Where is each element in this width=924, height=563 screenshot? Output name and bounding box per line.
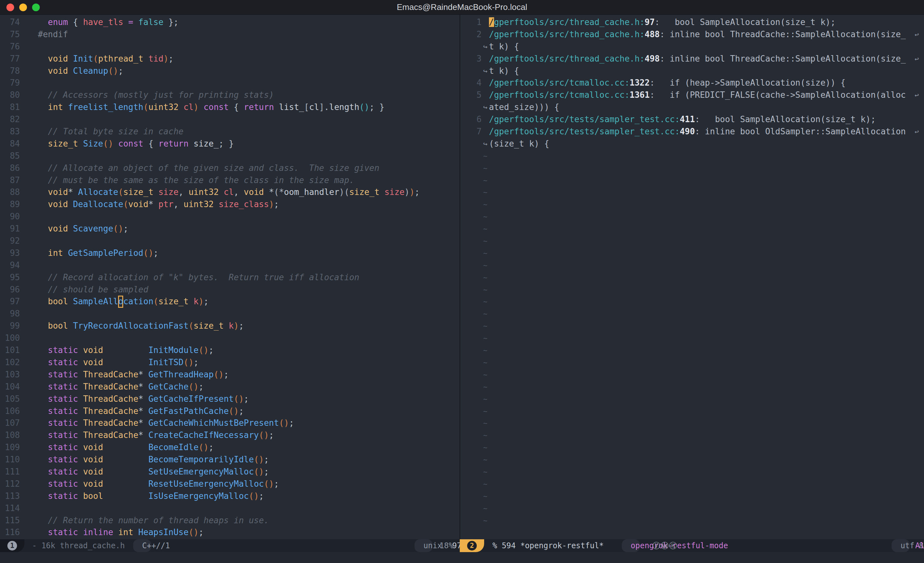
window-title: Emacs@RaindeMacBook-Pro.local — [397, 2, 527, 12]
code-token — [38, 382, 48, 391]
code-token: * — [138, 382, 148, 391]
code-token: // Allocate an object of the given size … — [38, 163, 379, 173]
empty-line-tilde: ~ — [482, 223, 489, 235]
code-token — [38, 358, 48, 367]
code-token: () — [234, 394, 244, 404]
code-text: static ThreadCache* GetCacheWhichMustBeP… — [38, 417, 294, 429]
code-text: bool SampleAllocation(size_t k); — [38, 296, 208, 308]
code-token — [38, 199, 48, 209]
code-token — [68, 54, 73, 63]
empty-line-tilde: ~ — [482, 211, 489, 223]
code-token: = — [123, 17, 138, 27]
source-buffer-pane[interactable]: 74 enum { have_tls = false };75#endif767… — [0, 15, 459, 539]
code-token: ; — [414, 187, 420, 197]
code-token: inline — [83, 527, 113, 537]
result-match-text: : bool SampleAllocation(size_t k); — [695, 114, 876, 124]
code-token — [38, 430, 48, 440]
result-line[interactable]: 6/gperftools/src/tests/sampler_test.cc:4… — [460, 114, 924, 126]
empty-line: ~ — [460, 429, 924, 442]
code-token — [38, 139, 48, 148]
code-token: int — [48, 248, 63, 258]
code-token: have_tls — [83, 17, 123, 27]
close-icon[interactable] — [6, 3, 14, 11]
code-token: * — [138, 394, 148, 404]
empty-line-tilde: ~ — [482, 186, 489, 198]
empty-line: ~ — [460, 162, 924, 174]
echo-area[interactable] — [0, 552, 924, 563]
empty-line-tilde: ~ — [482, 344, 489, 356]
result-line[interactable]: ↪t k) { — [460, 41, 924, 53]
empty-line-tilde: ~ — [482, 478, 489, 490]
code-token: () — [229, 406, 239, 416]
result-line[interactable]: ↪ated_size))) { — [460, 101, 924, 114]
empty-line-tilde: ~ — [482, 417, 489, 429]
code-token: void — [83, 455, 103, 464]
code-token: BecomeTemporarilyIdle — [148, 455, 254, 464]
line-number: 108 — [0, 429, 20, 442]
code-token: ( — [118, 187, 123, 197]
code-token: ; — [239, 406, 244, 416]
result-line[interactable]: 4/gperftools/src/tcmalloc.cc:1322: if (h… — [460, 77, 924, 89]
line-number: 113 — [0, 490, 20, 502]
result-line[interactable]: 1/gperftools/src/thread_cache.h:97: bool… — [460, 16, 924, 28]
encoding-position-segment: utf-8 1: 0 — [892, 539, 910, 552]
line-number: 110 — [0, 454, 20, 466]
code-line: 105 static ThreadCache* GetCacheIfPresen… — [0, 393, 459, 405]
editor-area: 74 enum { have_tls = false };75#endif767… — [0, 15, 924, 539]
code-token: static — [48, 345, 78, 355]
code-token — [133, 527, 138, 537]
result-line[interactable]: 3/gperftools/src/thread_cache.h:498: inl… — [460, 53, 924, 65]
code-token: , — [178, 187, 188, 197]
code-token: k — [194, 296, 199, 306]
empty-line-tilde: ~ — [482, 247, 489, 259]
line-number: 95 — [0, 271, 20, 284]
result-file-path: /gperftools/src/thread_cache.h: — [489, 30, 645, 39]
empty-line: ~ — [460, 223, 924, 235]
line-number: 2 — [460, 28, 482, 41]
search-results-pane[interactable]: 1/gperftools/src/thread_cache.h:97: bool… — [460, 15, 924, 539]
code-token — [274, 102, 279, 112]
major-mode-indicator[interactable]: C++//1 — [133, 539, 151, 552]
empty-line-tilde: ~ — [482, 284, 489, 296]
code-token — [38, 17, 48, 27]
code-token — [103, 358, 148, 367]
result-line-number: 97 — [645, 17, 654, 27]
code-token — [38, 224, 48, 234]
zoom-icon[interactable] — [32, 3, 40, 11]
code-text: #endif — [38, 28, 68, 41]
code-token: ; — [153, 248, 159, 258]
major-mode-indicator[interactable]: opengrok-restful-mode — [622, 539, 640, 552]
code-token: ] — [319, 102, 324, 112]
code-token — [38, 102, 48, 112]
code-token: ; — [199, 382, 204, 391]
code-text: static ThreadCache* GetCacheIfPresent(); — [38, 393, 249, 405]
result-line[interactable]: ↪(size_t k) { — [460, 138, 924, 150]
code-token: size_t — [194, 321, 224, 331]
code-token: size_t — [123, 187, 153, 197]
code-token — [78, 467, 83, 476]
code-token — [38, 527, 48, 537]
code-token: void — [83, 442, 103, 452]
result-line[interactable]: 2/gperftools/src/thread_cache.h:488: inl… — [460, 28, 924, 41]
result-line[interactable]: 5/gperftools/src/tcmalloc.cc:1361: if (P… — [460, 89, 924, 101]
code-token — [113, 139, 118, 148]
code-token: void — [128, 199, 148, 209]
code-token — [38, 187, 48, 197]
code-token: )( — [339, 187, 349, 197]
line-number: 104 — [0, 381, 20, 393]
code-token: ResetUseEmergencyMalloc — [148, 479, 264, 489]
code-text: int GetSamplePeriod(); — [38, 247, 159, 259]
code-token — [38, 345, 48, 355]
result-match-text: : if (heap->SampleAllocation(size)) { — [650, 78, 845, 88]
result-line[interactable]: 7/gperftools/src/tests/sampler_test.cc:4… — [460, 126, 924, 138]
wrap-end-icon: ↩ — [915, 126, 919, 138]
empty-line: ~ — [460, 247, 924, 259]
minimize-icon[interactable] — [19, 3, 27, 11]
code-token: uint32 — [148, 102, 178, 112]
titlebar[interactable]: Emacs@RaindeMacBook-Pro.local — [0, 0, 924, 15]
code-token — [219, 187, 224, 197]
line-number: 101 — [0, 344, 20, 356]
code-token: * — [138, 418, 148, 428]
code-token: ) — [163, 54, 168, 63]
result-line[interactable]: ↪t k) { — [460, 65, 924, 77]
